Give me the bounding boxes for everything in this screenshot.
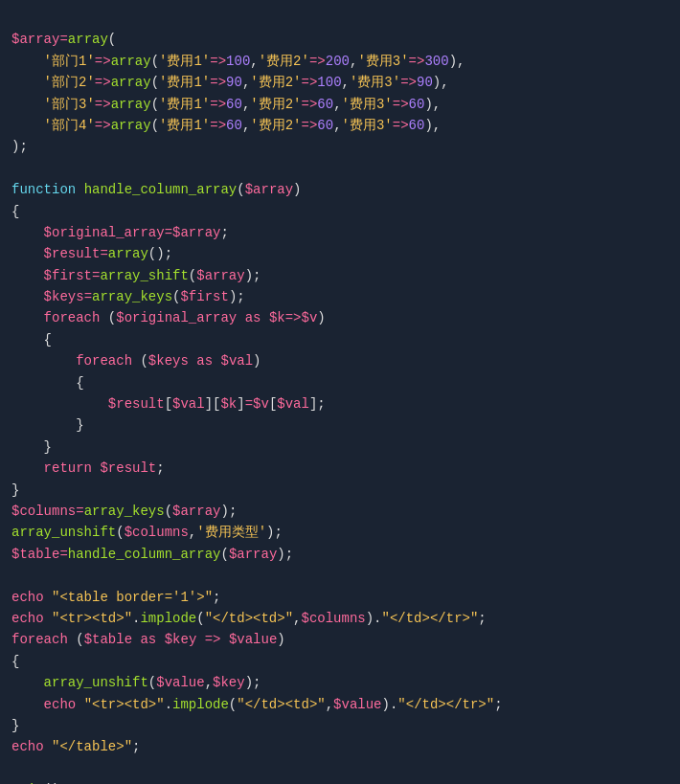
line-30: { <box>11 654 19 669</box>
line-9: { <box>11 204 19 219</box>
line-27: echo "<table border='1'>"; <box>11 590 220 605</box>
line-16: foreach ($keys as $val) <box>11 353 261 369</box>
line-32: echo "<tr><td>".implode("</td><td>",$val… <box>11 697 503 712</box>
line-23: $columns=array_keys($array); <box>11 504 237 519</box>
line-22: } <box>11 482 19 498</box>
line-33: } <box>11 718 19 733</box>
line-3: '部门2'=>array('费用1'=>90,'费用2'=>100,'费用3'=… <box>11 75 449 90</box>
line-13: $keys=array_keys($first); <box>11 289 245 304</box>
line-11: $result=array(); <box>11 246 172 261</box>
line-25: $table=handle_column_array($array); <box>11 547 293 562</box>
line-12: $first=array_shift($array); <box>11 268 261 283</box>
line-14: foreach ($original_array as $k=>$v) <box>11 310 326 325</box>
line-1: $array=array( <box>11 32 116 47</box>
line-6: ); <box>11 139 28 154</box>
line-29: foreach ($table as $key => $value) <box>11 632 285 647</box>
line-28: echo "<tr><td>".implode("</td><td>",$col… <box>11 611 487 626</box>
line-24: array_unshift($columns,'费用类型'); <box>11 525 283 540</box>
line-19: } <box>11 417 84 433</box>
line-34: echo "</table>"; <box>11 739 140 754</box>
line-8: function handle_column_array($array) <box>11 182 302 197</box>
code-editor: $array=array( '部门1'=>array('费用1'=>100,'费… <box>11 8 669 784</box>
line-21: return $result; <box>11 460 165 476</box>
line-20: } <box>11 439 52 455</box>
line-18: $result[$val][$k]=$v[$val]; <box>11 396 326 412</box>
line-4: '部门3'=>array('费用1'=>60,'费用2'=>60,'费用3'=>… <box>11 97 441 112</box>
line-2: '部门1'=>array('费用1'=>100,'费用2'=>200,'费用3'… <box>11 54 465 69</box>
line-10: $original_array=$array; <box>11 225 229 240</box>
line-31: array_unshift($value,$key); <box>11 675 261 690</box>
line-15: { <box>11 332 52 347</box>
line-5: '部门4'=>array('费用1'=>60,'费用2'=>60,'费用3'=>… <box>11 118 441 133</box>
line-17: { <box>11 375 84 391</box>
